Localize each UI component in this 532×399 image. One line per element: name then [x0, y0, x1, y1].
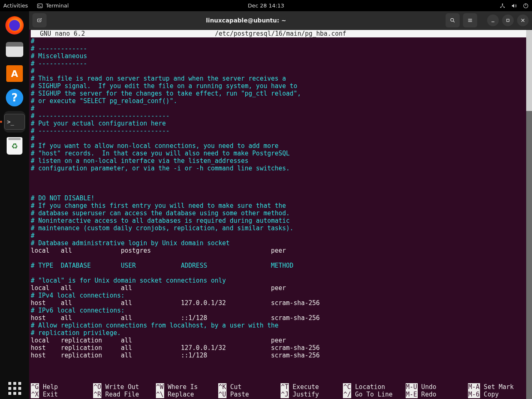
terminal-titlebar: linuxcapable@ubuntu: ~: [29, 11, 532, 30]
dock-help[interactable]: ?: [4, 87, 25, 108]
app-menu-label: Terminal: [46, 2, 69, 9]
dock-trash[interactable]: [4, 135, 25, 157]
nano-status-bar: GNU nano 6.2 /etc/postgresql/16/main/pg_…: [31, 30, 531, 37]
help-icon: ?: [6, 89, 23, 106]
nano-app-name: GNU nano 6.2: [40, 30, 85, 37]
scrollbar-thumb[interactable]: [526, 30, 532, 111]
gnome-topbar: Activities Terminal Dec 28 14:13: [0, 0, 532, 11]
window-title: linuxcapable@ubuntu: ~: [50, 17, 442, 24]
files-icon: [6, 42, 23, 57]
terminal-icon: [37, 3, 43, 9]
new-tab-icon: [37, 17, 42, 23]
terminal-app-icon: >_: [4, 114, 25, 130]
close-icon: [520, 17, 526, 23]
nano-shortcut-bar: ^G Help^O Write Out^W Where Is^K Cut^T E…: [31, 383, 530, 398]
svg-rect-7: [507, 19, 509, 22]
maximize-icon: [505, 17, 511, 23]
scrollbar[interactable]: [526, 30, 532, 399]
terminal-window: linuxcapable@ubuntu: ~ GNU nano 6.2 /etc…: [29, 11, 532, 399]
trash-icon: [7, 137, 22, 155]
show-applications[interactable]: [0, 382, 29, 395]
software-icon: [6, 65, 23, 82]
app-menu[interactable]: Terminal: [37, 2, 69, 9]
apps-grid-icon: [8, 382, 21, 395]
firefox-icon: [5, 16, 24, 34]
power-icon[interactable]: [523, 3, 529, 9]
nano-file-path: /etc/postgresql/16/main/pg_hba.conf: [215, 30, 346, 37]
dock-files[interactable]: [4, 39, 25, 60]
volume-icon[interactable]: [511, 3, 517, 9]
editor-content[interactable]: # # ------------- # Miscellaneous # ----…: [31, 37, 531, 359]
svg-point-3: [504, 7, 505, 8]
dock-software[interactable]: [4, 63, 25, 84]
hamburger-icon: [467, 17, 473, 23]
network-icon[interactable]: [500, 3, 505, 9]
svg-point-6: [451, 18, 453, 21]
svg-point-2: [500, 7, 502, 8]
terminal-body[interactable]: GNU nano 6.2 /etc/postgresql/16/main/pg_…: [29, 30, 532, 399]
svg-point-1: [502, 3, 503, 5]
svg-rect-0: [37, 4, 42, 7]
dock-terminal[interactable]: >_: [4, 111, 25, 133]
activities-button[interactable]: Activities: [3, 2, 28, 9]
minimize-icon: [490, 17, 496, 23]
maximize-button[interactable]: [502, 15, 514, 26]
close-button[interactable]: [517, 15, 529, 26]
new-tab-button[interactable]: [32, 13, 47, 27]
clock[interactable]: Dec 28 14:13: [248, 2, 284, 9]
dock-firefox[interactable]: [4, 15, 25, 36]
menu-button[interactable]: [463, 13, 477, 27]
dock: ? >_: [0, 11, 29, 399]
search-icon: [450, 17, 456, 23]
search-button[interactable]: [446, 13, 460, 27]
minimize-button[interactable]: [487, 15, 499, 26]
